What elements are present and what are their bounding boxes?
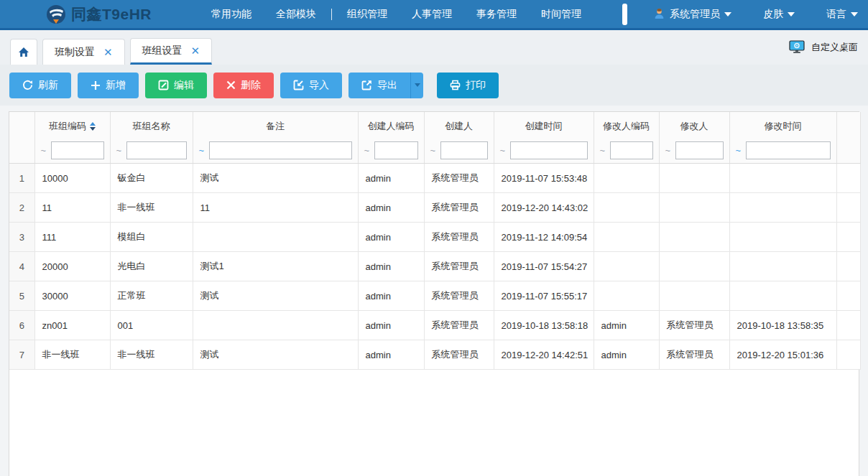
cell-r7-c1: 非一线班 bbox=[110, 340, 193, 370]
row-number-column-header bbox=[9, 112, 34, 164]
cell-r3-c3: admin bbox=[358, 223, 424, 252]
import-label: 导入 bbox=[309, 79, 329, 92]
cell-r6-c5: 2019-10-18 13:58:18 bbox=[494, 311, 594, 340]
refresh-label: 刷新 bbox=[38, 79, 58, 92]
delete-button[interactable]: 删除 bbox=[213, 73, 274, 98]
menu-item-organization[interactable]: 组织管理 bbox=[335, 8, 400, 21]
filter-input-0[interactable] bbox=[51, 141, 103, 159]
column-label: 创建人编码 bbox=[368, 120, 415, 133]
table-row[interactable]: 110000钣金白测试admin系统管理员2019-11-07 15:53:48 bbox=[9, 164, 860, 193]
filter-input-4[interactable] bbox=[440, 141, 487, 159]
column-header-4[interactable]: 创建人~ bbox=[424, 112, 494, 164]
cell-r3-c7 bbox=[659, 223, 729, 252]
cell-r7-c4: 系统管理员 bbox=[424, 340, 494, 370]
column-header-7[interactable]: 修改人~ bbox=[659, 112, 729, 164]
filter-input-2[interactable] bbox=[209, 141, 351, 159]
row-number-cell: 3 bbox=[9, 223, 34, 252]
cell-r6-c2 bbox=[193, 311, 358, 340]
cell-r6-c1: 001 bbox=[110, 311, 193, 340]
filter-input-5[interactable] bbox=[510, 141, 587, 159]
cell-r6-c7: 系统管理员 bbox=[659, 311, 729, 340]
column-header-2[interactable]: 备注~ bbox=[193, 112, 358, 164]
printer-icon bbox=[450, 80, 461, 90]
tab-team-settings[interactable]: 班组设置 ✕ bbox=[130, 38, 213, 65]
customize-desktop-button[interactable]: 自定义桌面 bbox=[789, 40, 858, 54]
menu-item-time[interactable]: 时间管理 bbox=[529, 8, 594, 21]
import-button[interactable]: 导入 bbox=[280, 73, 342, 98]
import-icon bbox=[293, 80, 304, 90]
skin-dropdown[interactable]: 皮肤 bbox=[763, 8, 795, 21]
filter-range-operator: ~ bbox=[665, 145, 671, 156]
column-header-3[interactable]: 创建人编码~ bbox=[358, 112, 424, 164]
column-header-6[interactable]: 修改人编码~ bbox=[594, 112, 659, 164]
table-row[interactable]: 7非一线班非一线班测试admin系统管理员2019-12-20 14:42:51… bbox=[9, 340, 860, 370]
table-row[interactable]: 420000光电白测试1admin系统管理员2019-11-07 15:54:2… bbox=[9, 252, 860, 281]
cell-r2-c6 bbox=[594, 193, 659, 223]
cell-r6-c6: admin bbox=[594, 311, 659, 340]
filter-range-operator: ~ bbox=[364, 145, 370, 156]
column-header-1[interactable]: 班组名称~ bbox=[110, 112, 193, 164]
cell-r1-c3: admin bbox=[358, 164, 424, 193]
chevron-down-icon bbox=[788, 12, 795, 17]
menu-item-affairs[interactable]: 事务管理 bbox=[464, 8, 529, 21]
cell-r4-c7 bbox=[659, 252, 729, 281]
tab-shift-settings[interactable]: 班制设置 ✕ bbox=[42, 39, 125, 65]
edit-button[interactable]: 编辑 bbox=[145, 73, 207, 98]
filter-input-8[interactable] bbox=[746, 141, 830, 159]
filter-input-6[interactable] bbox=[610, 141, 652, 159]
cell-r6-c8: 2019-10-18 13:58:35 bbox=[729, 311, 836, 340]
cell-r4-c6 bbox=[594, 252, 659, 281]
cell-r6-c4: 系统管理员 bbox=[424, 311, 494, 340]
spacer-cell bbox=[836, 193, 860, 223]
main-menu: 常用功能 全部模块 组织管理 人事管理 事务管理 时间管理 bbox=[199, 8, 594, 21]
menu-item-common[interactable]: 常用功能 bbox=[199, 8, 264, 21]
export-button[interactable]: 导出 bbox=[348, 73, 410, 98]
menu-item-personnel[interactable]: 人事管理 bbox=[400, 8, 464, 21]
row-number-cell: 7 bbox=[9, 340, 34, 370]
tab-label: 班制设置 bbox=[55, 46, 95, 59]
cell-r2-c2: 11 bbox=[193, 193, 358, 223]
cell-r7-c3: admin bbox=[358, 340, 424, 370]
filter-input-3[interactable] bbox=[374, 141, 417, 159]
cell-r5-c3: admin bbox=[358, 281, 424, 311]
print-button[interactable]: 打印 bbox=[437, 73, 499, 98]
nav-scrollbar-thumb[interactable] bbox=[622, 4, 627, 25]
filter-range-operator: ~ bbox=[500, 145, 506, 156]
cell-r3-c5: 2019-11-12 14:09:54 bbox=[494, 223, 594, 252]
row-number-cell: 1 bbox=[9, 164, 34, 193]
sort-caret-icon[interactable] bbox=[90, 122, 96, 131]
language-dropdown[interactable]: 语言 bbox=[826, 8, 858, 21]
column-header-5[interactable]: 创建时间~ bbox=[494, 112, 594, 164]
column-header-8[interactable]: 修改时间~ bbox=[729, 112, 836, 164]
cell-r5-c6 bbox=[594, 281, 659, 311]
cell-r1-c6 bbox=[594, 164, 659, 193]
filter-input-1[interactable] bbox=[126, 141, 186, 159]
export-dropdown-arrow[interactable] bbox=[410, 73, 423, 98]
table-row[interactable]: 3111模组白admin系统管理员2019-11-12 14:09:54 bbox=[9, 223, 860, 252]
filter-input-7[interactable] bbox=[675, 141, 723, 159]
cell-r4-c1: 光电白 bbox=[110, 252, 193, 281]
table-row[interactable]: 211非一线班11admin系统管理员2019-12-20 14:43:02 bbox=[9, 193, 860, 223]
table-row[interactable]: 6zn001001admin系统管理员2019-10-18 13:58:18ad… bbox=[9, 311, 860, 340]
cell-r4-c5: 2019-11-07 15:54:27 bbox=[494, 252, 594, 281]
cell-r1-c8 bbox=[729, 164, 836, 193]
refresh-button[interactable]: 刷新 bbox=[9, 73, 71, 98]
column-label: 修改人编码 bbox=[603, 120, 650, 133]
close-icon[interactable]: ✕ bbox=[103, 46, 113, 59]
menu-item-all-modules[interactable]: 全部模块 bbox=[264, 8, 328, 21]
language-label: 语言 bbox=[826, 8, 846, 21]
add-button[interactable]: 新增 bbox=[78, 73, 139, 98]
cell-r3-c1: 模组白 bbox=[110, 223, 193, 252]
column-header-0[interactable]: 班组编码~ bbox=[34, 112, 110, 164]
cell-r4-c2: 测试1 bbox=[193, 252, 358, 281]
cell-r7-c5: 2019-12-20 14:42:51 bbox=[494, 340, 594, 370]
tab-home[interactable] bbox=[10, 39, 37, 65]
plus-icon bbox=[91, 80, 101, 90]
cell-r4-c0: 20000 bbox=[34, 252, 110, 281]
cell-r1-c0: 10000 bbox=[34, 164, 110, 193]
table-row[interactable]: 530000正常班测试admin系统管理员2019-11-07 15:55:17 bbox=[9, 281, 860, 311]
current-user-dropdown[interactable]: 系统管理员 bbox=[653, 8, 731, 21]
close-icon[interactable]: ✕ bbox=[191, 45, 200, 57]
row-number-cell: 4 bbox=[9, 252, 34, 281]
cell-r3-c8 bbox=[729, 223, 836, 252]
